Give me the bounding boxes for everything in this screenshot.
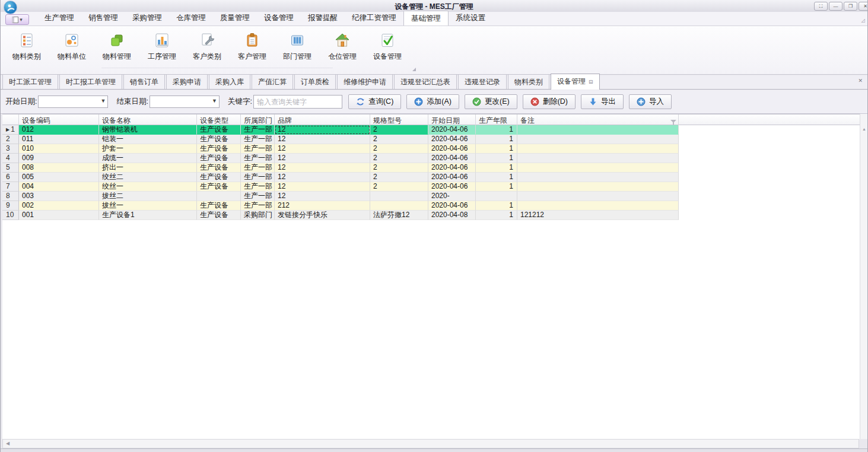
table-cell[interactable]: 2 <box>370 144 428 154</box>
table-cell[interactable]: 绞丝一 <box>99 182 197 192</box>
file-menu-button[interactable]: ▾ <box>5 14 29 25</box>
table-cell[interactable]: 生产一部 <box>241 125 275 135</box>
table-cell[interactable]: 1 <box>476 125 517 135</box>
menu-tab-6[interactable]: 报警提醒 <box>301 11 345 26</box>
tabstrip-close-icon[interactable]: ✕ <box>858 78 863 84</box>
table-cell[interactable]: 生产设备 <box>197 163 241 173</box>
table-cell[interactable]: 2 <box>370 154 428 163</box>
table-cell[interactable]: 1 <box>476 163 517 173</box>
doc-tab-1[interactable]: 时工报工单管理 <box>59 74 122 89</box>
table-cell[interactable]: 生产一部 <box>241 135 275 144</box>
table-cell[interactable]: 钢带铠装机 <box>99 125 197 135</box>
table-cell[interactable]: 生产设备 <box>197 144 241 154</box>
toolbar-button-4[interactable]: 导出 <box>581 94 624 109</box>
table-cell[interactable]: 121212 <box>517 211 679 220</box>
doc-tab-5[interactable]: 产值汇算 <box>252 74 293 89</box>
menu-tab-5[interactable]: 设备管理 <box>257 11 301 26</box>
table-row-7[interactable]: 7004绞丝一生产设备生产一部1222020-04-061 <box>2 182 860 192</box>
table-cell[interactable]: 001 <box>19 211 99 220</box>
table-cell[interactable]: 2 <box>370 135 428 144</box>
toolbar-button-0[interactable]: 查询(C) <box>348 94 401 109</box>
doc-tab-6[interactable]: 订单质检 <box>294 74 336 89</box>
table-cell[interactable]: 护套一 <box>99 144 197 154</box>
table-cell[interactable]: 1 <box>476 201 517 211</box>
table-cell[interactable]: 2020-04-06 <box>428 125 476 135</box>
ribbon-button-5[interactable]: 客户管理 <box>230 30 275 62</box>
doc-tab-3[interactable]: 采购申请 <box>166 74 208 89</box>
table-cell[interactable]: 003 <box>19 192 99 201</box>
doc-tab-10[interactable]: 物料类别 <box>508 74 549 89</box>
column-header-2[interactable]: 设备类型 <box>197 114 241 125</box>
column-header-8[interactable]: 备注 <box>517 114 679 125</box>
table-cell[interactable]: 生产一部 <box>241 182 275 192</box>
table-row-5[interactable]: 5008挤出一生产设备生产一部1222020-04-061 <box>2 163 860 173</box>
ribbon-button-6[interactable]: 部门管理 <box>275 30 320 62</box>
table-cell[interactable]: 生产一部 <box>241 192 275 201</box>
ribbon-collapse-icon[interactable]: ◿ <box>861 18 865 23</box>
ribbon-button-4[interactable]: 客户类别 <box>185 30 230 62</box>
doc-tab-0[interactable]: 时工派工管理 <box>2 74 58 89</box>
table-cell[interactable]: 生产设备1 <box>99 211 197 220</box>
table-cell[interactable]: 12 <box>275 163 370 173</box>
close-button[interactable]: ✕ <box>859 2 868 11</box>
table-cell[interactable]: 004 <box>19 182 99 192</box>
menu-tab-9[interactable]: 系统设置 <box>449 11 492 26</box>
scroll-up-icon[interactable]: ▲ <box>862 127 866 131</box>
table-cell[interactable]: 2020-04-06 <box>428 154 476 163</box>
table-cell[interactable] <box>517 135 679 144</box>
menu-tab-8[interactable]: 基础管理 <box>403 11 449 26</box>
table-cell[interactable] <box>370 201 428 211</box>
table-cell[interactable]: 008 <box>19 163 99 173</box>
table-row-10[interactable]: 10001生产设备1生产设备采购部门发链接分手快乐法萨芬撒122020-04-0… <box>2 211 860 220</box>
column-header-7[interactable]: 生产年限 <box>476 114 517 125</box>
table-cell[interactable]: 1 <box>476 173 517 182</box>
table-cell[interactable]: 2020-04-06 <box>428 182 476 192</box>
table-cell[interactable] <box>517 144 679 154</box>
doc-tab-11[interactable]: 设备管理⊟ <box>551 74 600 90</box>
doc-tab-7[interactable]: 维修维护申请 <box>337 74 393 89</box>
table-cell[interactable]: 2020-04-06 <box>428 135 476 144</box>
doc-tab-2[interactable]: 销售订单 <box>123 74 165 89</box>
table-cell[interactable]: 采购部门 <box>241 211 275 220</box>
start-date-combo[interactable]: ▼ <box>38 96 108 108</box>
table-cell[interactable]: 生产设备 <box>197 154 241 163</box>
toolbar-button-3[interactable]: 删除(D) <box>523 94 576 109</box>
menu-tab-3[interactable]: 仓库管理 <box>169 11 213 26</box>
table-cell[interactable]: 2020-04-06 <box>428 201 476 211</box>
table-cell[interactable]: 12 <box>275 192 370 201</box>
table-cell[interactable]: 010 <box>19 144 99 154</box>
table-cell[interactable]: 212 <box>275 201 370 211</box>
table-cell[interactable]: 拔丝一 <box>99 201 197 211</box>
table-cell[interactable]: 005 <box>19 173 99 182</box>
table-cell[interactable] <box>517 154 679 163</box>
ribbon-button-7[interactable]: 仓位管理 <box>320 30 365 62</box>
column-header-1[interactable]: 设备名称 <box>99 114 197 125</box>
table-cell[interactable]: 法萨芬撒12 <box>370 211 428 220</box>
table-cell[interactable]: 生产设备 <box>197 182 241 192</box>
doc-tab-8[interactable]: 违规登记汇总表 <box>394 74 457 89</box>
table-row-3[interactable]: 3010护套一生产设备生产一部1222020-04-061 <box>2 144 860 154</box>
minimize-button[interactable]: — <box>829 2 842 11</box>
table-cell[interactable]: 12 <box>275 154 370 163</box>
table-cell[interactable]: 12 <box>275 135 370 144</box>
table-cell[interactable]: 生产一部 <box>241 163 275 173</box>
scroll-left-icon[interactable]: ◀ <box>6 441 9 446</box>
table-cell[interactable]: 1 <box>476 211 517 220</box>
table-cell[interactable] <box>517 201 679 211</box>
menu-tab-2[interactable]: 采购管理 <box>125 11 169 26</box>
ribbon-button-1[interactable]: 物料单位 <box>49 30 94 62</box>
table-cell[interactable] <box>370 192 428 201</box>
table-row-6[interactable]: 6005绞丝二生产设备生产一部1222020-04-061 <box>2 173 860 182</box>
table-row-9[interactable]: 9002拔丝一生产设备生产一部2122020-04-061 <box>2 201 860 211</box>
column-header-6[interactable]: 开始日期 <box>428 114 476 125</box>
column-header-5[interactable]: 规格型号 <box>370 114 428 125</box>
table-cell[interactable]: 011 <box>19 135 99 144</box>
restore-button[interactable]: ❐ <box>844 2 857 11</box>
menu-tab-0[interactable]: 生产管理 <box>37 11 81 26</box>
table-cell[interactable]: 002 <box>19 201 99 211</box>
table-cell[interactable]: 1 <box>476 144 517 154</box>
table-cell[interactable]: 12 <box>275 182 370 192</box>
end-date-combo[interactable]: ▼ <box>150 96 220 108</box>
vertical-scrollbar[interactable]: ▲ <box>860 114 868 439</box>
table-cell[interactable]: 2 <box>370 182 428 192</box>
